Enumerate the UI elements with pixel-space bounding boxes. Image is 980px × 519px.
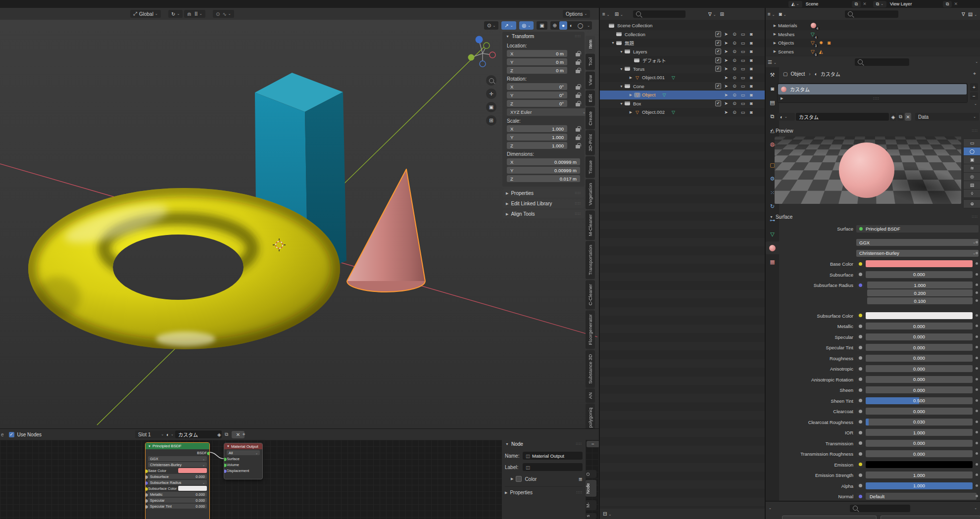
outliner-row-デフォルト[interactable]: デフォルト✓➤⊙▭◙	[600, 56, 765, 65]
expand-toggle[interactable]: ▶	[628, 93, 634, 97]
color-swatch[interactable]	[866, 312, 973, 319]
browse-material-button[interactable]: ◐⌄	[777, 113, 795, 121]
shading-solid-button[interactable]: ●	[559, 21, 567, 30]
transform-field-rotation-z[interactable]: Z0°	[507, 100, 567, 107]
lock-toggle[interactable]	[576, 92, 580, 98]
transform-field-dimensions-x[interactable]: X0.00999 m	[507, 158, 580, 165]
proportional-editing-group[interactable]: ⊙ ∿ ⌄	[213, 10, 234, 18]
input-socket[interactable]	[145, 481, 148, 485]
property-dropdown[interactable]: GGX⌄	[856, 239, 979, 246]
snap-group[interactable]: ⋒ ⠿ ⌄	[184, 10, 205, 18]
socket-toggle[interactable]	[856, 386, 864, 393]
node-row-subsurface-radius[interactable]: Subsurface Radius⌄	[148, 480, 207, 485]
transform-field-location-y[interactable]: Y0 m	[507, 58, 567, 65]
collection-filter-icon[interactable]: ▤⌄	[968, 11, 977, 17]
node-sidebar-tab-node[interactable]: Node	[586, 480, 596, 497]
screen-toggle-icon[interactable]: ▭	[740, 41, 746, 46]
render-toggle-icon[interactable]: ◙	[748, 93, 754, 97]
outliner-row-scene-collection[interactable]: Scene Collection	[600, 21, 765, 30]
shading-rendered-button[interactable]: ◯	[575, 23, 586, 28]
animate-dot[interactable]	[976, 473, 978, 476]
n-panel-tab-item[interactable]: Item	[586, 36, 595, 52]
output-target-row[interactable]: All⌄	[227, 450, 260, 455]
bottom-search-input[interactable]	[850, 505, 910, 512]
property-value-slider[interactable]: 0.030	[866, 419, 973, 425]
node-row-subsurface[interactable]: Subsurface0.000	[148, 474, 207, 479]
socket-toggle[interactable]	[856, 397, 864, 404]
copy-icon[interactable]: ⧉	[897, 113, 904, 121]
node-color-checkbox[interactable]	[516, 476, 522, 482]
screen-toggle-icon[interactable]: ▭	[740, 75, 746, 80]
n-panel-tab-an[interactable]: AN	[586, 388, 595, 403]
socket-toggle[interactable]	[856, 333, 864, 340]
socket-toggle[interactable]	[856, 419, 864, 425]
input-socket[interactable]	[145, 505, 148, 509]
input-socket[interactable]	[224, 463, 227, 468]
animate-dot[interactable]	[976, 452, 978, 455]
transform-field-dimensions-y[interactable]: Y0.00999 m	[507, 167, 580, 174]
show-gizmo-toggle[interactable]: ↗⌄	[501, 21, 516, 30]
input-socket[interactable]	[145, 475, 148, 479]
node-color-swatch[interactable]	[178, 468, 207, 473]
hide-toggle-icon[interactable]: ⊙	[732, 75, 737, 80]
blend-file-row-objects[interactable]: ▶Objects▽3✸◙	[766, 39, 980, 47]
transform-field-location-x[interactable]: X0 m	[507, 50, 567, 57]
screen-toggle-icon[interactable]: ▭	[740, 32, 746, 37]
n-panel-tab-edit[interactable]: Edit	[586, 90, 595, 106]
breadcrumb-object[interactable]: Object	[790, 71, 805, 77]
screen-toggle-icon[interactable]: ▭	[740, 84, 746, 89]
outliner-row-layers[interactable]: ▼Layers✓➤⊙▭◙	[600, 47, 765, 56]
use-nodes-checkbox[interactable]: ✓	[9, 432, 14, 437]
animate-dot[interactable]	[976, 378, 978, 380]
scene-browse-button[interactable]: ◭⌄	[788, 1, 802, 7]
lock-toggle[interactable]	[576, 59, 580, 65]
property-value-slider[interactable]: 0.000	[866, 355, 973, 362]
presets-list-icon[interactable]: ≣	[579, 476, 583, 482]
animate-dot[interactable]	[976, 262, 978, 265]
lock-toggle[interactable]	[576, 126, 580, 132]
render-toggle-icon[interactable]: ◙	[748, 84, 754, 89]
socket-toggle[interactable]	[856, 282, 864, 288]
material-name-field[interactable]: カスタム	[175, 430, 222, 438]
blend-file-row-scenes[interactable]: ▶Scenes▽6◭	[766, 47, 980, 56]
node-sidebar-tab-o[interactable]: O	[586, 470, 596, 478]
socket-toggle[interactable]	[856, 461, 864, 468]
socket-toggle[interactable]	[856, 260, 864, 267]
animate-dot[interactable]	[976, 495, 978, 497]
animate-dot[interactable]	[976, 410, 978, 412]
hide-toggle-icon[interactable]: ⊙	[732, 41, 737, 46]
node-collapse-icon[interactable]: ▼	[148, 445, 151, 448]
chevron-down-icon[interactable]: ⌄	[975, 60, 978, 64]
editor-type-icon[interactable]: ⌄	[769, 506, 772, 510]
node-sidebar-tab-m-[interactable]: M-	[586, 500, 596, 510]
outliner-row-box[interactable]: ▼Box✓➤⊙▭◙	[600, 99, 765, 108]
socket-toggle[interactable]	[856, 271, 864, 278]
transform-field-location-z[interactable]: Z0 m	[507, 67, 567, 74]
preview-type-sphere-button[interactable]: ◯	[963, 147, 980, 156]
render-toggle-icon[interactable]: ◙	[748, 41, 754, 46]
property-value-slider[interactable]: 1.000	[866, 482, 973, 489]
screen-toggle-icon[interactable]: ▭	[740, 58, 746, 63]
property-value-slider[interactable]: 0.000	[866, 344, 973, 351]
property-value-slider[interactable]: 1.000	[866, 429, 973, 436]
node-collapse-icon[interactable]: ▼	[227, 445, 230, 448]
n-panel-tab-create[interactable]: Create	[586, 107, 595, 130]
select-toggle-icon[interactable]: ➤	[723, 110, 729, 115]
transform-field-dimensions-z[interactable]: Z0.017 m	[507, 175, 580, 182]
socket-toggle[interactable]	[856, 355, 864, 362]
select-toggle-icon[interactable]: ➤	[723, 84, 729, 89]
socket-toggle[interactable]	[856, 376, 864, 383]
render-toggle-icon[interactable]: ◙	[748, 32, 754, 37]
node-row-ggx[interactable]: GGX⌄	[148, 456, 207, 461]
view-layer-name-field[interactable]: View Layer	[887, 1, 942, 7]
copy-icon[interactable]: ⧉	[225, 431, 228, 437]
expand-toggle[interactable]: ▶	[772, 49, 778, 53]
animate-dot[interactable]	[976, 291, 978, 294]
outliner-row-無題[interactable]: ▼無題✓➤⊙▭◙	[600, 39, 765, 47]
scene-name-field[interactable]: Scene	[803, 1, 851, 7]
animate-dot[interactable]	[976, 273, 978, 276]
bottom-field-right[interactable]	[881, 516, 980, 519]
exclude-checkbox[interactable]: ✓	[715, 100, 721, 106]
lock-toggle[interactable]	[576, 84, 580, 90]
node-row-subsurface-color[interactable]: Subsurface Color	[148, 486, 207, 491]
